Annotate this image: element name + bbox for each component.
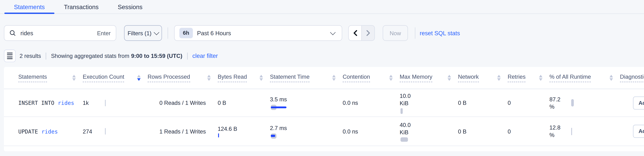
sort-desc-icon bbox=[137, 75, 141, 81]
results-range-bold: 9:00 to 15:59 (UTC) bbox=[131, 53, 182, 59]
cell-statement-time: 2.7 ms bbox=[270, 117, 342, 146]
cell-retries: 0 bbox=[508, 89, 549, 117]
max-memory-bar bbox=[400, 137, 408, 142]
columns-icon bbox=[7, 52, 12, 53]
column-header-pct-runtime[interactable]: % of All Runtime bbox=[550, 67, 620, 89]
search-box[interactable]: Enter bbox=[4, 25, 116, 41]
cell-diagnostics: Activate bbox=[620, 117, 644, 146]
now-button[interactable]: Now bbox=[383, 25, 408, 41]
cell-pct-runtime: 12.8 % bbox=[550, 117, 620, 146]
filters-label: Filters (1) bbox=[128, 30, 152, 36]
sort-icon bbox=[497, 75, 501, 81]
column-header-statement-time[interactable]: Statement Time bbox=[270, 67, 342, 89]
column-header-bytes-read[interactable]: Bytes Read bbox=[218, 67, 270, 89]
divider bbox=[187, 52, 188, 59]
cell-network: 0 B bbox=[458, 117, 508, 146]
column-header-execution-count[interactable]: Execution Count bbox=[83, 67, 148, 89]
execution-count-bar bbox=[105, 128, 106, 135]
time-pager bbox=[348, 25, 375, 41]
statement-link[interactable]: rides bbox=[58, 100, 74, 106]
cell-pct-runtime: 87.2 % bbox=[550, 89, 620, 117]
divider bbox=[415, 27, 415, 39]
column-header-contention[interactable]: Contention bbox=[342, 67, 400, 89]
cell-bytes-read: 0 B bbox=[218, 89, 270, 117]
columns-menu-button[interactable] bbox=[4, 49, 16, 62]
pct-runtime-bar bbox=[571, 99, 574, 107]
cell-diagnostics: Activate bbox=[620, 89, 644, 117]
search-icon bbox=[10, 30, 16, 36]
tab-statements[interactable]: Statements bbox=[4, 0, 54, 13]
chevron-left-icon bbox=[353, 30, 357, 36]
cell-retries: 0 bbox=[508, 117, 549, 146]
column-header-diagnostics[interactable]: Diagnostics bbox=[620, 67, 644, 89]
divider bbox=[168, 27, 168, 39]
sort-icon bbox=[207, 75, 211, 81]
cell-statement-time: 3.5 ms bbox=[270, 89, 342, 117]
cell-bytes-read: 124.6 B bbox=[218, 117, 270, 146]
results-bar: 2 results Showing aggregated stats from … bbox=[4, 49, 644, 62]
tab-bar: Statements Transactions Sessions bbox=[0, 0, 644, 14]
results-count: 2 results bbox=[20, 53, 41, 59]
cell-statement[interactable]: INSERT INTOrides bbox=[4, 89, 83, 117]
cell-execution-count: 1k bbox=[83, 89, 148, 117]
cell-statement[interactable]: UPDATErides bbox=[4, 117, 83, 146]
results-range-text: Showing aggregated stats from bbox=[51, 53, 129, 59]
statement-time-bar bbox=[270, 105, 291, 110]
search-enter-hint: Enter bbox=[97, 30, 110, 36]
chevron-down-icon bbox=[330, 29, 336, 35]
cell-execution-count: 274 bbox=[83, 117, 148, 146]
cell-max-memory: 40.0 KiB bbox=[400, 117, 458, 146]
cell-rows-processed: 0 Reads / 1 Writes bbox=[148, 89, 218, 117]
pct-runtime-bar bbox=[571, 128, 572, 135]
sort-icon bbox=[260, 75, 263, 81]
sort-icon bbox=[448, 75, 451, 81]
chevron-down-icon bbox=[154, 29, 159, 35]
sort-icon bbox=[539, 75, 542, 81]
column-header-network[interactable]: Network bbox=[458, 67, 508, 89]
tab-sessions[interactable]: Sessions bbox=[108, 0, 152, 13]
chevron-right-icon bbox=[366, 30, 370, 36]
sort-icon bbox=[332, 75, 336, 81]
statement-link[interactable]: rides bbox=[42, 128, 58, 135]
prev-range-button[interactable] bbox=[349, 26, 362, 40]
table-header-row: Statements Execution Count Rows Processe… bbox=[4, 67, 644, 89]
activate-button[interactable]: Activate bbox=[633, 125, 644, 138]
sort-icon bbox=[610, 75, 613, 81]
cell-contention: 0.0 ns bbox=[342, 117, 400, 146]
execution-count-bar bbox=[105, 100, 106, 106]
column-header-retries[interactable]: Retries bbox=[508, 67, 549, 89]
reset-sql-stats-link[interactable]: reset SQL stats bbox=[420, 30, 460, 36]
table-row: INSERT INTOrides 1k 0 Reads / 1 Writes 0… bbox=[4, 89, 644, 117]
max-memory-bar bbox=[400, 108, 403, 114]
filters-button[interactable]: Filters (1) bbox=[124, 25, 162, 41]
table-row: UPDATErides 274 1 Reads / 1 Writes 124.6… bbox=[4, 117, 644, 146]
sort-icon bbox=[389, 75, 393, 81]
time-range-badge: 6h bbox=[180, 28, 193, 38]
statements-table: Statements Execution Count Rows Processe… bbox=[4, 67, 644, 151]
column-header-statements[interactable]: Statements bbox=[4, 67, 83, 89]
cell-rows-processed: 1 Reads / 1 Writes bbox=[148, 117, 218, 146]
page: Statements Transactions Sessions Enter F… bbox=[0, 0, 644, 156]
statement-time-bar bbox=[270, 133, 291, 139]
cell-max-memory: 10.0 KiB bbox=[400, 89, 458, 117]
time-range-select[interactable]: 6h Past 6 Hours bbox=[174, 25, 342, 41]
search-input[interactable] bbox=[20, 29, 97, 37]
cell-contention: 0.0 ns bbox=[342, 89, 400, 117]
tab-transactions[interactable]: Transactions bbox=[54, 0, 108, 13]
sort-icon bbox=[72, 75, 76, 81]
time-range-label: Past 6 Hours bbox=[197, 30, 331, 36]
activate-button[interactable]: Activate bbox=[633, 96, 644, 109]
cell-network: 0 B bbox=[458, 89, 508, 117]
clear-filter-link[interactable]: clear filter bbox=[192, 53, 218, 59]
column-header-rows-processed[interactable]: Rows Processed bbox=[148, 67, 218, 89]
bytes-read-bar bbox=[218, 134, 219, 137]
column-header-max-memory[interactable]: Max Memory bbox=[400, 67, 458, 89]
next-range-button[interactable] bbox=[362, 26, 374, 40]
divider bbox=[46, 52, 46, 59]
controls-row: Enter Filters (1) 6h Past 6 Hours Now re… bbox=[4, 25, 644, 41]
